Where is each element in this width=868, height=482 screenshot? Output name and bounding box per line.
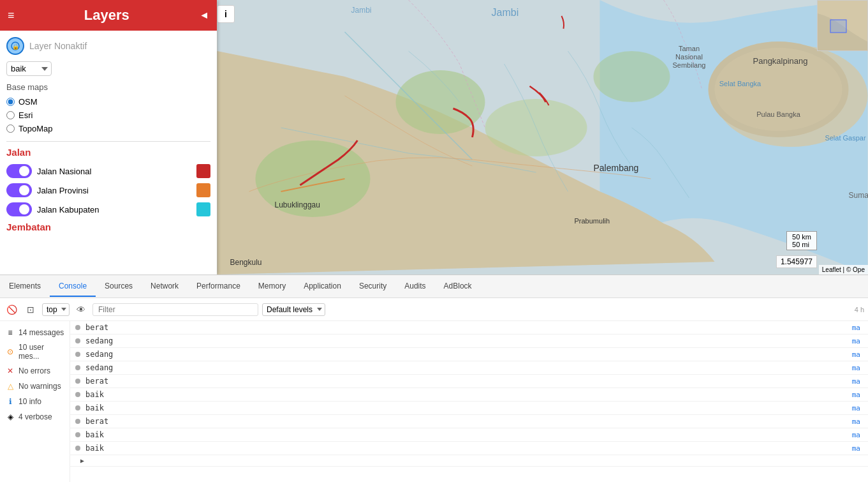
- log-text: berat: [85, 323, 852, 332]
- expand-arrow-icon[interactable]: ▶: [80, 457, 84, 464]
- log-text: sedang: [85, 336, 852, 345]
- log-entry: baik ma: [70, 428, 868, 442]
- context-select[interactable]: top: [42, 303, 70, 316]
- quality-dropdown[interactable]: baik sedang berat: [6, 61, 52, 76]
- eye-button[interactable]: 👁: [73, 302, 89, 317]
- log-bullet: [75, 392, 80, 397]
- minimap: [817, 0, 868, 51]
- clear-console-button[interactable]: 🚫: [4, 302, 19, 317]
- jalan-nasional-color: [196, 164, 210, 178]
- sidebar-user-messages[interactable]: ⊙ 10 user mes...: [0, 340, 70, 363]
- log-entry: baik ma: [70, 388, 868, 402]
- log-link[interactable]: ma: [852, 377, 863, 386]
- sidebar-warnings[interactable]: △ No warnings: [0, 379, 70, 394]
- topomap-radio-item[interactable]: TopoMap: [6, 124, 210, 133]
- jembatan-title: Jembatan: [6, 222, 210, 232]
- tab-adblock[interactable]: AdBlock: [435, 276, 481, 297]
- log-entry: berat ma: [70, 321, 868, 335]
- tab-application[interactable]: Application: [295, 276, 350, 297]
- base-maps-label: Base maps: [6, 82, 210, 92]
- level-select[interactable]: Default levels Verbose Info Warnings Err…: [262, 303, 325, 316]
- log-link[interactable]: ma: [852, 418, 863, 426]
- svg-text:Prabumulih: Prabumulih: [575, 217, 610, 225]
- log-link[interactable]: ma: [852, 444, 863, 453]
- sidebar-all-messages[interactable]: ≡ 14 messages: [0, 325, 70, 340]
- esri-radio-item[interactable]: Esri: [6, 110, 210, 120]
- log-text: sedang: [85, 363, 852, 372]
- scale-bar: 50 km 50 mi: [786, 231, 817, 250]
- svg-text:Pangkalpinang: Pangkalpinang: [753, 56, 808, 66]
- scale-km: 50 km: [792, 233, 811, 241]
- log-link[interactable]: ma: [852, 364, 863, 372]
- log-link[interactable]: ma: [852, 337, 863, 345]
- jalan-provinsi-color: [196, 183, 210, 197]
- jalan-kabupaten-toggle[interactable]: [6, 202, 32, 216]
- log-link[interactable]: ma: [852, 350, 863, 359]
- warnings-count: No warnings: [18, 382, 61, 391]
- log-link[interactable]: ma: [852, 431, 863, 439]
- layers-header: ≡ Layers ◄: [0, 0, 217, 31]
- log-link[interactable]: ma: [852, 324, 863, 332]
- sidebar-verbose[interactable]: ◈ 4 verbose: [0, 409, 70, 425]
- collapse-arrow-icon[interactable]: ◄: [199, 10, 209, 21]
- svg-text:🔒: 🔒: [12, 43, 20, 50]
- jalan-nasional-label: Jalan Nasional: [37, 167, 191, 176]
- osm-label: OSM: [18, 97, 38, 107]
- devtools-tabs: Elements Console Sources Network Perform…: [0, 275, 868, 298]
- jalan-provinsi-toggle[interactable]: [6, 183, 32, 197]
- tab-elements[interactable]: Elements: [0, 276, 50, 297]
- scale-mi: 50 mi: [792, 241, 811, 248]
- map-canvas[interactable]: Jambi Jambi Pangkalpinang Palembang Lubu…: [217, 0, 868, 275]
- log-entry: berat ma: [70, 375, 868, 388]
- list-icon: ≡: [5, 328, 15, 338]
- esri-radio[interactable]: [6, 111, 15, 119]
- zoom-value: 1.545977: [781, 257, 813, 266]
- esri-label: Esri: [18, 110, 33, 120]
- log-entry: sedang ma: [70, 361, 868, 375]
- hamburger-icon[interactable]: ≡: [8, 9, 15, 22]
- svg-text:Bengkulu: Bengkulu: [230, 258, 262, 267]
- log-bullet: [75, 365, 80, 370]
- log-entry: sedang ma: [70, 335, 868, 348]
- info-count: 10 info: [18, 397, 41, 406]
- tab-sources[interactable]: Sources: [96, 276, 142, 297]
- info-button[interactable]: i: [217, 5, 235, 23]
- base-maps-radio-group: OSM Esri TopoMap: [6, 97, 210, 133]
- layers-title: Layers: [84, 7, 129, 24]
- zoom-indicator: 1.545977: [776, 255, 817, 268]
- leaflet-attribution: Leaflet | © Ope: [819, 265, 868, 275]
- osm-radio[interactable]: [6, 98, 15, 106]
- user-messages-count: 10 user mes...: [18, 343, 64, 361]
- log-link[interactable]: ma: [852, 404, 863, 412]
- log-bullet: [75, 352, 80, 357]
- log-bullet: [75, 325, 80, 330]
- log-text: berat: [85, 417, 852, 426]
- topomap-radio[interactable]: [6, 124, 15, 133]
- map-area: ≡ Layers ◄ 🔒 Layer Nonaktif baik sedang: [0, 0, 868, 275]
- log-expand-row[interactable]: ▶: [70, 455, 868, 467]
- jalan-nasional-toggle[interactable]: [6, 164, 32, 178]
- tab-audits[interactable]: Audits: [395, 276, 434, 297]
- log-link[interactable]: ma: [852, 391, 863, 399]
- toggle-drawer-button[interactable]: ⊡: [23, 302, 38, 317]
- log-text: baik: [85, 403, 852, 412]
- tab-performance[interactable]: Performance: [188, 276, 249, 297]
- tab-security[interactable]: Security: [350, 276, 395, 297]
- svg-text:Selat Bangka: Selat Bangka: [719, 80, 761, 87]
- log-text: baik: [85, 444, 852, 453]
- log-bullet: [75, 446, 80, 451]
- tab-console[interactable]: Console: [50, 276, 96, 297]
- log-entry: berat ma: [70, 415, 868, 428]
- tab-network[interactable]: Network: [142, 276, 188, 297]
- tab-memory[interactable]: Memory: [249, 276, 295, 297]
- quality-select-row: baik sedang berat: [6, 61, 210, 76]
- verbose-icon: ◈: [5, 412, 15, 422]
- osm-radio-item[interactable]: OSM: [6, 97, 210, 107]
- svg-text:Jambi: Jambi: [492, 7, 519, 18]
- svg-rect-25: [830, 20, 846, 33]
- sidebar-errors[interactable]: ✕ No errors: [0, 363, 70, 379]
- sidebar-info[interactable]: ℹ 10 info: [0, 394, 70, 409]
- log-bullet: [75, 405, 80, 410]
- jalan-kabupaten-label: Jalan Kabupaten: [37, 205, 191, 215]
- filter-input[interactable]: [92, 303, 258, 316]
